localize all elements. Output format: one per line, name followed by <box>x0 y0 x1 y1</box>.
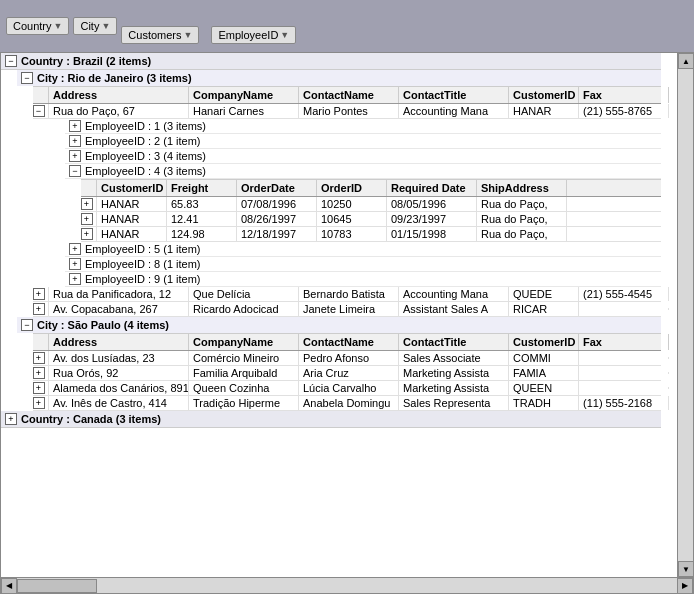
ricar-custid: RICAR <box>509 302 579 316</box>
queen-company: Queen Cozinha <box>189 381 299 395</box>
order-10250-expand[interactable]: + <box>81 197 97 211</box>
bottom-scrollbar[interactable]: ◀ ▶ <box>1 577 693 593</box>
expand-rio-icon[interactable]: − <box>21 72 33 84</box>
famia-expand-icon[interactable]: + <box>33 367 45 379</box>
emp3-expand-icon[interactable]: + <box>69 150 81 162</box>
rio-table-section: Address CompanyName ContactName ContactT… <box>17 86 661 317</box>
commi-expand-icon[interactable]: + <box>33 352 45 364</box>
emp5-label: EmployeeID : 5 (1 item) <box>85 243 201 255</box>
th-address: Address <box>49 87 189 103</box>
row-queen[interactable]: + Alameda dos Canários, 891 Queen Cozinh… <box>33 381 661 396</box>
city-saopaulo-header[interactable]: − City : São Paulo (4 items) <box>17 317 661 333</box>
ricar-expand[interactable]: + <box>33 302 49 316</box>
emp9-expand-icon[interactable]: + <box>69 273 81 285</box>
country-brazil-label: Country : Brazil (2 items) <box>21 55 151 67</box>
commi-expand[interactable]: + <box>33 351 49 365</box>
emp8-expand-icon[interactable]: + <box>69 258 81 270</box>
tradh-expand[interactable]: + <box>33 396 49 410</box>
quede-expand-icon[interactable]: + <box>33 288 45 300</box>
scroll-track-h[interactable] <box>17 578 677 594</box>
order-10783-expand-icon[interactable]: + <box>81 228 93 240</box>
tradh-expand-icon[interactable]: + <box>33 397 45 409</box>
queen-expand-icon[interactable]: + <box>33 382 45 394</box>
ricar-contact: Janete Limeira <box>299 302 399 316</box>
order-10250-ship: Rua do Paço, <box>477 197 567 211</box>
scroll-down-btn[interactable]: ▼ <box>678 561 693 577</box>
row-tradh[interactable]: + Av. Inês de Castro, 414 Tradição Hiper… <box>33 396 661 411</box>
order-10645[interactable]: + HANAR 12.41 08/26/1997 10645 09/23/199… <box>81 212 661 227</box>
row-commi[interactable]: + Av. dos Lusíadas, 23 Comércio Mineiro … <box>33 351 661 366</box>
chip-city[interactable]: City ▼ <box>73 17 117 35</box>
city-rio-header[interactable]: − City : Rio de Janeiro (3 items) <box>17 70 661 86</box>
emp9-row[interactable]: + EmployeeID : 9 (1 item) <box>65 272 661 287</box>
emp1-expand-icon[interactable]: + <box>69 120 81 132</box>
sp-th-fax: Fax <box>579 334 669 350</box>
order-10645-id: 10645 <box>317 212 387 226</box>
scroll-right-btn[interactable]: ▶ <box>677 578 693 594</box>
order-10250[interactable]: + HANAR 65.83 07/08/1996 10250 08/05/199… <box>81 197 661 212</box>
order-10645-expand-icon[interactable]: + <box>81 213 93 225</box>
order-10783-freight: 124.98 <box>167 227 237 241</box>
order-10783[interactable]: + HANAR 124.98 12/18/1997 10783 01/15/19… <box>81 227 661 242</box>
famia-expand[interactable]: + <box>33 366 49 380</box>
emp4-expand-icon[interactable]: − <box>69 165 81 177</box>
emp3-row[interactable]: + EmployeeID : 3 (4 items) <box>65 149 661 164</box>
sp-th-custid: CustomerID <box>509 334 579 350</box>
row-hanar-expand[interactable]: − <box>33 104 49 118</box>
city-rio-section: − City : Rio de Janeiro (3 items) Addres… <box>1 70 661 317</box>
hanar-expand-icon[interactable]: − <box>33 105 45 117</box>
scroll-left-btn[interactable]: ◀ <box>1 578 17 594</box>
expand-canada-icon[interactable]: + <box>5 413 17 425</box>
th-shipaddr: ShipAddress <box>477 180 567 196</box>
ricar-expand-icon[interactable]: + <box>33 303 45 315</box>
chip-country-arrow: ▼ <box>54 21 63 31</box>
emp4-label: EmployeeID : 4 (3 items) <box>85 165 206 177</box>
hanar-address: Rua do Paço, 67 <box>49 104 189 118</box>
country-canada-label: Country : Canada (3 items) <box>21 413 161 425</box>
order-10783-custid: HANAR <box>97 227 167 241</box>
chip-customers[interactable]: Customers ▼ <box>121 26 199 44</box>
expand-saopaulo-icon[interactable]: − <box>21 319 33 331</box>
scroll-up-btn[interactable]: ▲ <box>678 53 693 69</box>
country-brazil-header[interactable]: − Country : Brazil (2 items) <box>1 53 661 70</box>
city-saopaulo-label: City : São Paulo (4 items) <box>37 319 169 331</box>
chip-country[interactable]: Country ▼ <box>6 17 69 35</box>
city-saopaulo-section: − City : São Paulo (4 items) Address Com… <box>1 317 661 411</box>
scroll-area[interactable]: − Country : Brazil (2 items) − City : Ri… <box>1 53 677 577</box>
chip-customers-label: Customers <box>128 29 181 41</box>
order-10783-expand[interactable]: + <box>81 227 97 241</box>
row-famia[interactable]: + Rua Orós, 92 Familia Arquibald Aria Cr… <box>33 366 661 381</box>
sp-th-title: ContactTitle <box>399 334 509 350</box>
row-hanar-data[interactable]: − Rua do Paço, 67 Hanari Carnes Mario Po… <box>33 104 661 119</box>
emp2-row[interactable]: + EmployeeID : 2 (1 item) <box>65 134 661 149</box>
queen-expand[interactable]: + <box>33 381 49 395</box>
order-10645-expand[interactable]: + <box>81 212 97 226</box>
emp8-row[interactable]: + EmployeeID : 8 (1 item) <box>65 257 661 272</box>
th-fax: Fax <box>579 87 669 103</box>
row-quede[interactable]: + Rua da Panificadora, 12 Que Delícia Be… <box>33 287 661 302</box>
th-custid: CustomerID <box>509 87 579 103</box>
drag-band: Country ▼ City ▼ Customers ▼ EmployeeID … <box>0 0 694 52</box>
country-canada-header[interactable]: + Country : Canada (3 items) <box>1 411 661 428</box>
commi-custid: COMMI <box>509 351 579 365</box>
emp2-expand-icon[interactable]: + <box>69 135 81 147</box>
chip-employeeid[interactable]: EmployeeID ▼ <box>211 26 296 44</box>
queen-fax <box>579 387 669 389</box>
order-10783-ship: Rua do Paço, <box>477 227 567 241</box>
chip-employeeid-label: EmployeeID <box>218 29 278 41</box>
expand-brazil-icon[interactable]: − <box>5 55 17 67</box>
emp5-row[interactable]: + EmployeeID : 5 (1 item) <box>65 242 661 257</box>
quede-expand[interactable]: + <box>33 287 49 301</box>
queen-custid: QUEEN <box>509 381 579 395</box>
scroll-track-v[interactable] <box>678 69 693 561</box>
order-10250-expand-icon[interactable]: + <box>81 198 93 210</box>
emp4-orders-section: CustomerID Freight OrderDate OrderID Req… <box>65 179 661 242</box>
rio-table-header: Address CompanyName ContactName ContactT… <box>33 86 661 104</box>
row-ricar[interactable]: + Av. Copacabana, 267 Ricardo Adocicad J… <box>33 302 661 317</box>
scroll-thumb-h[interactable] <box>17 579 97 593</box>
emp9-label: EmployeeID : 9 (1 item) <box>85 273 201 285</box>
emp4-header[interactable]: − EmployeeID : 4 (3 items) <box>65 164 661 179</box>
right-scrollbar[interactable]: ▲ ▼ <box>677 53 693 577</box>
emp5-expand-icon[interactable]: + <box>69 243 81 255</box>
emp1-row[interactable]: + EmployeeID : 1 (3 items) <box>65 119 661 134</box>
